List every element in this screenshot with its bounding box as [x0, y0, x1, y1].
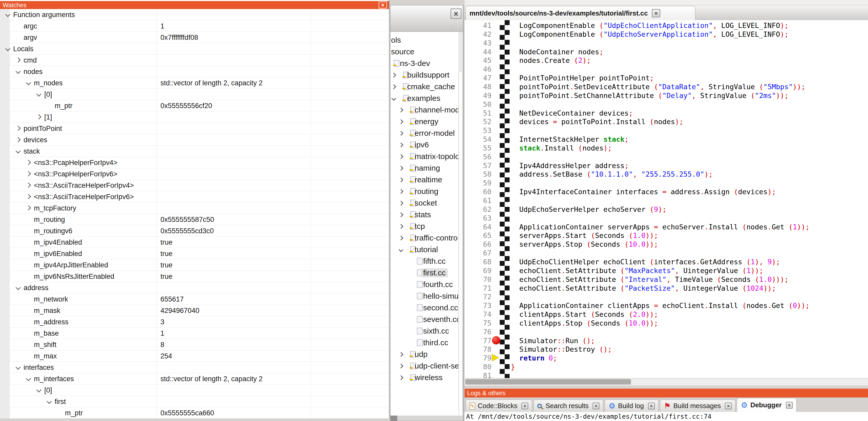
tree-item-label[interactable]: channel-mod — [414, 105, 459, 114]
watch-row[interactable]: [0] — [0, 89, 389, 100]
chevron-right-icon[interactable] — [36, 114, 41, 120]
chevron-right-icon[interactable] — [26, 171, 31, 176]
line-number[interactable]: 70 — [465, 276, 492, 284]
tree-item[interactable]: error-model — [391, 128, 463, 139]
tree-item-label[interactable]: naming — [414, 164, 440, 172]
code-line[interactable]: 41 LogComponentEnable ("UdpEchoClientApp… — [465, 21, 868, 30]
code-line[interactable]: 55 stack.Install (nodes); — [465, 143, 868, 152]
tree-item[interactable]: ipv6 — [391, 139, 463, 151]
watch-row[interactable]: [1] — [0, 111, 389, 123]
chevron-down-icon[interactable] — [399, 247, 403, 252]
code-line[interactable]: 64 ApplicationContainer serverApps = ech… — [465, 222, 868, 231]
code-line[interactable]: 60 Ipv4InterfaceContainer interfaces = a… — [465, 187, 868, 196]
code-line[interactable]: 54 InternetStackHelper stack; — [465, 134, 868, 143]
watch-row[interactable]: m_ipv6Enabledtrue — [0, 248, 389, 259]
tree-item-label[interactable]: socket — [414, 199, 437, 207]
line-number[interactable]: 75 — [465, 319, 492, 327]
line-number[interactable]: 49 — [465, 92, 492, 100]
tree-item-label[interactable]: source — [391, 47, 414, 56]
close-icon[interactable]: × — [725, 402, 732, 409]
close-icon[interactable]: × — [522, 402, 528, 409]
code-line[interactable]: 59 — [465, 178, 868, 187]
line-number[interactable]: 59 — [465, 179, 492, 187]
chevron-down-icon[interactable] — [36, 387, 41, 393]
chevron-down-icon[interactable] — [16, 365, 21, 370]
watch-row[interactable]: argc1 — [0, 21, 389, 32]
watch-row[interactable]: first — [0, 396, 389, 407]
tree-item-label[interactable]: udp — [414, 350, 428, 359]
tree-item[interactable]: udp-client-ser — [391, 360, 463, 372]
chevron-right-icon[interactable] — [399, 375, 403, 380]
logs-tab-debugger[interactable]: ⚙Debugger× — [737, 398, 796, 412]
tree-item-label[interactable]: ipv6 — [414, 140, 429, 149]
tree-item-label[interactable]: routing — [414, 187, 438, 196]
tree-item[interactable]: tcp — [391, 221, 463, 232]
tree-item-label[interactable]: tutorial — [414, 245, 438, 254]
line-number[interactable]: 48 — [465, 83, 492, 91]
watch-row[interactable]: Function arguments — [0, 9, 389, 21]
tree-item-label[interactable]: sixth.cc — [423, 327, 449, 335]
tree-item[interactable]: wireless — [391, 372, 463, 384]
line-number[interactable]: 56 — [465, 153, 492, 161]
code-line[interactable]: 71 echoClient.SetAttribute ("PacketSize"… — [465, 284, 868, 292]
editor-hscrollbar[interactable] — [465, 378, 868, 386]
watch-row[interactable]: interfaces — [0, 362, 389, 373]
chevron-right-icon[interactable] — [399, 131, 403, 135]
tree-item-label[interactable]: error-model — [414, 129, 455, 137]
tree-item[interactable]: naming — [391, 162, 463, 174]
code-line[interactable]: 53 — [465, 126, 868, 134]
line-number[interactable]: 62 — [465, 205, 492, 213]
code-line[interactable]: 61 — [465, 196, 868, 204]
code-line[interactable]: 65 serverApps.Start (Seconds (1.0)); — [465, 231, 868, 239]
logs-tab-build-messages[interactable]: ⚑Build messages× — [660, 399, 736, 412]
code-line[interactable]: 79 return 0; — [465, 353, 868, 362]
code-editor[interactable]: 41 LogComponentEnable ("UdpEchoClientApp… — [465, 20, 868, 378]
chevron-right-icon[interactable] — [399, 224, 403, 229]
tree-item[interactable]: fourth.cc — [391, 279, 463, 290]
tree-item-label[interactable]: buildsupport — [407, 71, 449, 79]
watch-row[interactable]: <ns3::AsciiTraceHelperForIpv4> — [0, 180, 389, 191]
line-number[interactable]: 52 — [465, 118, 492, 126]
tree-scrollbar-thumb[interactable] — [459, 71, 463, 418]
line-number[interactable]: 63 — [465, 214, 492, 222]
tree-item[interactable]: hello-simul — [391, 290, 463, 302]
line-number[interactable]: 80 — [465, 363, 492, 371]
code-line[interactable]: 78 Simulator::Destroy (); — [465, 345, 868, 353]
line-number[interactable]: 67 — [465, 249, 492, 257]
code-line[interactable]: 66 serverApps.Stop (Seconds (10.0)); — [465, 239, 868, 248]
close-icon[interactable]: × — [379, 2, 387, 8]
tree-item[interactable]: traffic-contro — [391, 232, 463, 244]
chevron-right-icon[interactable] — [399, 107, 403, 112]
tree-item-label[interactable]: matrix-topolo — [414, 152, 459, 161]
code-line[interactable]: 58 address.SetBase ("10.1.1.0", "255.255… — [465, 169, 868, 178]
chevron-down-icon[interactable] — [16, 69, 21, 74]
code-line[interactable]: 42 LogComponentEnable ("UdpEchoServerApp… — [465, 30, 868, 38]
tree-item-label[interactable]: wireless — [414, 373, 442, 382]
tree-item[interactable]: third.cc — [391, 337, 463, 349]
watch-row[interactable]: m_ptr0x5555555ca660 — [0, 407, 389, 418]
chevron-right-icon[interactable] — [16, 57, 21, 63]
line-number[interactable]: 78 — [465, 345, 492, 353]
line-number[interactable]: 54 — [465, 135, 492, 143]
chevron-down-icon[interactable] — [391, 96, 396, 101]
tree-item[interactable]: buildsupport — [391, 69, 463, 81]
line-number[interactable]: 42 — [465, 30, 492, 38]
tree-item[interactable]: matrix-topolo — [391, 151, 463, 162]
line-number[interactable]: 45 — [465, 56, 492, 64]
code-line[interactable]: 70 echoClient.SetAttribute ("Interval", … — [465, 274, 868, 284]
tree-item[interactable]: seventh.cc — [391, 314, 463, 325]
watch-row[interactable]: m_mask4294967040 — [0, 305, 389, 316]
watch-row[interactable]: m_ipv4Enabledtrue — [0, 237, 389, 248]
line-number[interactable]: 46 — [465, 65, 492, 73]
tree-item[interactable]: ols — [391, 34, 463, 46]
tree-item[interactable]: fifth.cc — [391, 256, 463, 267]
tree-item[interactable]: source — [391, 46, 463, 58]
chevron-right-icon[interactable] — [399, 235, 403, 240]
chevron-down-icon[interactable] — [16, 149, 21, 154]
code-line[interactable]: 75 clientApps.Stop (Seconds (10.0)); — [465, 318, 868, 327]
code-line[interactable]: 56 — [465, 152, 868, 161]
tree-item[interactable]: examples — [391, 93, 463, 104]
close-icon[interactable]: × — [786, 402, 793, 409]
code-line[interactable]: 80} — [465, 362, 868, 371]
line-number[interactable]: 72 — [465, 293, 492, 301]
